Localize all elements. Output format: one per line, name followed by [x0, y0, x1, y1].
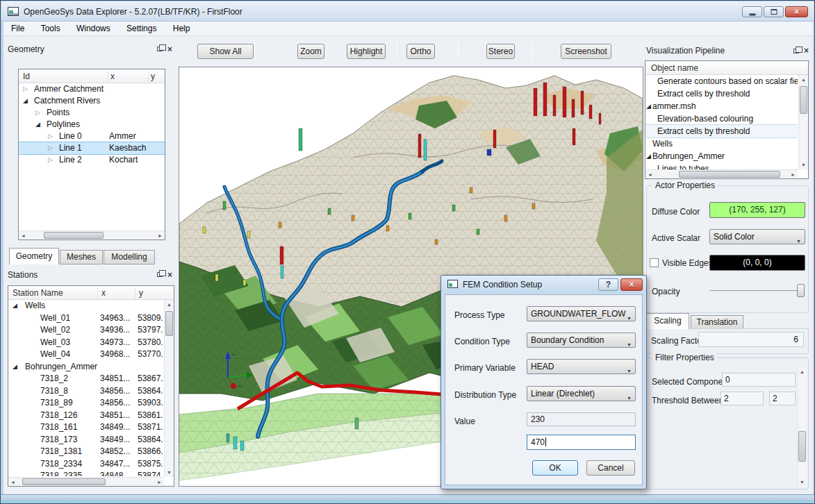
edge-color-button[interactable]: (0, 0, 0) [709, 255, 805, 271]
tab-scaling[interactable]: Scaling [646, 313, 689, 329]
primary-variable-select[interactable]: HEAD▼ [527, 359, 636, 374]
scroll-left-icon[interactable]: ◄ [8, 478, 17, 487]
scroll-thumb[interactable] [679, 171, 780, 178]
dialog-title-bar[interactable]: FEM Condition Setup ? × [441, 276, 646, 294]
threshold-high-input[interactable]: 2 [769, 392, 796, 405]
scroll-down-icon[interactable]: ▼ [798, 478, 807, 487]
pipeline-row[interactable]: Wells [645, 137, 798, 150]
pipeline-row[interactable]: Generate contours based on scalar fiel [645, 75, 798, 87]
geometry-hscrollbar[interactable]: ◄ ► [19, 230, 165, 240]
tree-row[interactable]: 7318_233434847...53875. [8, 458, 164, 471]
scroll-right-icon[interactable]: ► [156, 231, 165, 240]
dialog-help-button[interactable]: ? [598, 278, 618, 291]
expander-collapsed-icon[interactable]: ▷ [48, 131, 53, 142]
tree-row[interactable]: 7318_16134849...53871. [8, 421, 164, 434]
expander-expanded-icon[interactable]: ◢ [13, 300, 17, 312]
geometry-col-x[interactable]: x [110, 72, 115, 81]
scroll-up-icon[interactable]: ▲ [165, 300, 174, 309]
tab-meshes[interactable]: Meshes [60, 250, 103, 264]
geometry-col-y[interactable]: y [151, 72, 155, 81]
expander-collapsed-icon[interactable]: ▷ [35, 107, 40, 119]
scroll-thumb[interactable] [798, 431, 806, 462]
opacity-slider[interactable] [709, 290, 804, 292]
dialog-close-button[interactable]: × [620, 278, 643, 291]
tree-row-selected[interactable]: ▷Line 1Kaesbach [19, 142, 165, 154]
tree-row[interactable]: ◢Polylines [19, 119, 165, 131]
tree-row[interactable]: Well_0234936...53797. [8, 324, 164, 337]
diffuse-color-button[interactable]: (170, 255, 127) [709, 202, 805, 218]
tab-modelling[interactable]: Modelling [104, 250, 155, 264]
close-button[interactable]: × [785, 6, 808, 17]
scroll-left-icon[interactable]: ◄ [645, 170, 655, 179]
active-scalar-select[interactable]: Solid Color▼ [709, 229, 805, 244]
scroll-down-icon[interactable]: ▼ [165, 468, 174, 477]
tab-translation[interactable]: Translation [691, 315, 743, 329]
tree-row[interactable]: ▷Line 2Kochart [19, 154, 165, 166]
highlight-button[interactable]: Highlight [347, 44, 386, 59]
condition-type-select[interactable]: Boundary Condition▼ [527, 333, 636, 348]
tree-row[interactable]: 7318_834856...53864. [8, 385, 164, 398]
pipeline-vscrollbar[interactable]: ▲ ▼ [798, 75, 808, 169]
pipeline-hscrollbar[interactable]: ◄ ► [645, 169, 798, 178]
stations-col-y[interactable]: y [139, 288, 143, 298]
tree-row[interactable]: ◢Wells [8, 300, 164, 312]
minimize-button[interactable] [742, 6, 762, 17]
scroll-thumb[interactable] [22, 478, 106, 485]
process-type-select[interactable]: GROUNDWATER_FLOW▼ [527, 306, 636, 321]
scroll-right-icon[interactable]: ► [789, 170, 798, 179]
tree-row[interactable]: Well_0134963...53809. [8, 312, 164, 325]
scroll-left-icon[interactable]: ◄ [19, 231, 28, 240]
pipeline-row[interactable]: ◢Bohrungen_Ammer [645, 150, 798, 162]
show-all-button[interactable]: Show All [197, 44, 254, 59]
visible-edges-checkbox[interactable] [650, 258, 659, 267]
scroll-right-icon[interactable]: ► [155, 478, 164, 487]
tree-row[interactable]: 7318_17334849...53864. [8, 434, 164, 446]
geometry-col-id[interactable]: Id [23, 72, 30, 81]
expander-collapsed-icon[interactable]: ▷ [23, 83, 28, 95]
value-second-input[interactable]: 470 [527, 435, 636, 450]
pipeline-row-clipped[interactable]: Lines to tubes [645, 162, 798, 169]
value-first-input[interactable]: 230 [527, 412, 636, 426]
cancel-button[interactable]: Cancel [586, 460, 635, 476]
stations-col-name[interactable]: Station Name [13, 288, 63, 298]
scaling-factor-input[interactable]: 6 [698, 332, 804, 347]
stations-float-icon[interactable] [157, 272, 163, 277]
scroll-thumb[interactable] [44, 232, 104, 239]
scroll-thumb[interactable] [165, 311, 173, 336]
expander-expanded-icon[interactable]: ◢ [13, 361, 17, 373]
pipeline-col-object-name[interactable]: Object name [651, 63, 698, 73]
tree-row[interactable]: 7318_8934856...53903. [8, 397, 164, 410]
geometry-float-icon[interactable] [157, 47, 163, 51]
tab-geometry[interactable]: Geometry [9, 248, 59, 264]
menu-file[interactable]: File [5, 22, 31, 33]
selected-component-input[interactable]: 0 [722, 373, 796, 387]
screenshot-button[interactable]: Screenshot [561, 44, 611, 59]
tree-row[interactable]: Well_0334973...53780. [8, 337, 164, 349]
tree-row[interactable]: ▷Line 0Ammer [19, 131, 165, 142]
pipeline-float-icon[interactable] [793, 49, 799, 53]
stations-hscrollbar[interactable]: ◄ ► [8, 477, 164, 486]
menu-settings[interactable]: Settings [120, 22, 163, 33]
distribution-type-select[interactable]: Linear (Direchlet)▼ [527, 386, 636, 401]
tree-row[interactable]: ◢Bohrungen_Ammer [8, 361, 164, 373]
scroll-thumb[interactable] [800, 86, 807, 114]
tree-row-clipped[interactable]: 7318_23353484853874 [8, 470, 164, 476]
stereo-button[interactable]: Stereo [486, 44, 515, 59]
tree-row[interactable]: ▷Points [19, 107, 165, 119]
stations-vscrollbar[interactable]: ▲ ▼ [164, 300, 174, 477]
tree-row[interactable]: ▷Ammer Catchment [19, 83, 165, 95]
menu-tools[interactable]: Tools [35, 22, 67, 33]
stations-col-x[interactable]: x [101, 288, 106, 298]
pipeline-row-selected[interactable]: Extract cells by threshold [645, 125, 798, 137]
tree-row[interactable]: ◢Catchment Rivers [19, 95, 165, 107]
tree-row[interactable]: 7318_12634851...53861. [8, 410, 164, 422]
stations-close-icon[interactable]: × [167, 271, 172, 279]
menu-windows[interactable]: Windows [70, 22, 117, 33]
pipeline-row[interactable]: Elevation-based colouring [645, 112, 798, 125]
menu-help[interactable]: Help [167, 22, 197, 33]
tree-row[interactable]: Well_0434968...53770. [8, 348, 164, 361]
tree-row[interactable]: 7318_234851...53867. [8, 373, 164, 385]
ortho-button[interactable]: Ortho [406, 44, 435, 59]
ok-button[interactable]: OK [532, 460, 578, 476]
expander-expanded-icon[interactable]: ◢ [646, 150, 651, 162]
